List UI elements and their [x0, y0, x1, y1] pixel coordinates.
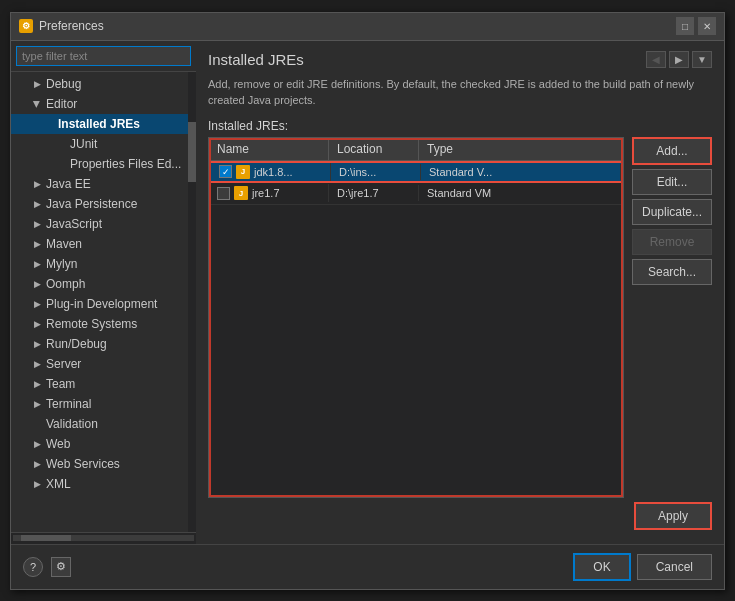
arrow-icon: ▶ — [31, 78, 43, 90]
bottom-right: OK Cancel — [573, 553, 712, 581]
sidebar-item-java-ee[interactable]: ▶ Java EE — [11, 174, 188, 194]
sidebar-item-label: Maven — [46, 237, 82, 251]
maximize-button[interactable]: □ — [676, 17, 694, 35]
row-checkbox[interactable] — [219, 165, 232, 178]
sidebar-item-label: Editor — [46, 97, 77, 111]
sidebar-item-maven[interactable]: ▶ Maven — [11, 234, 188, 254]
window-controls: □ ✕ — [676, 17, 716, 35]
table-cell-location: D:\jre1.7 — [329, 185, 419, 201]
apply-button[interactable]: Apply — [634, 502, 712, 530]
bottom-left: ? ⚙ — [23, 557, 71, 577]
sidebar-item-editor[interactable]: ▶ Editor — [11, 94, 188, 114]
nav-dropdown-button[interactable]: ▼ — [692, 51, 712, 68]
arrow-icon: ▶ — [31, 218, 43, 230]
add-button[interactable]: Add... — [632, 137, 712, 165]
sidebar-item-javascript[interactable]: ▶ JavaScript — [11, 214, 188, 234]
sidebar-item-label: JUnit — [70, 137, 97, 151]
jre-icon: J — [236, 165, 250, 179]
table-cell-location: D:\ins... — [331, 164, 421, 180]
dialog-icon: ⚙ — [19, 19, 33, 33]
jre-icon: J — [234, 186, 248, 200]
close-button[interactable]: ✕ — [698, 17, 716, 35]
table-cell-name: J jre1.7 — [209, 184, 329, 202]
preferences-dialog: ⚙ Preferences □ ✕ ▶ Debug — [10, 12, 725, 590]
sidebar-item-validation[interactable]: ▶ Validation — [11, 414, 188, 434]
sidebar-item-label: Server — [46, 357, 81, 371]
arrow-icon: ▶ — [31, 378, 43, 390]
remove-button[interactable]: Remove — [632, 229, 712, 255]
sidebar-item-debug[interactable]: ▶ Debug — [11, 74, 188, 94]
panel-title: Installed JREs — [208, 51, 304, 68]
col-header-type: Type — [419, 138, 623, 160]
panel-description: Add, remove or edit JRE definitions. By … — [208, 76, 712, 109]
sidebar-scroll: ▶ Debug ▶ Editor ▶ Installed JREs — [11, 72, 196, 532]
table-body: J jdk1.8... D:\ins... Standard V... J — [209, 161, 623, 497]
filter-box — [11, 41, 196, 72]
hscrollbar-track — [13, 535, 194, 541]
table-cell-name: J jdk1.8... — [211, 163, 331, 181]
hscrollbar-thumb — [21, 535, 71, 541]
sidebar-item-web[interactable]: ▶ Web — [11, 434, 188, 454]
bottom-bar: ? ⚙ OK Cancel — [11, 544, 724, 589]
table-cell-type: Standard VM — [419, 185, 623, 201]
sidebar-vscrollbar[interactable] — [188, 72, 196, 532]
arrow-icon: ▶ — [31, 198, 43, 210]
sidebar-item-label: XML — [46, 477, 71, 491]
duplicate-button[interactable]: Duplicate... — [632, 199, 712, 225]
sidebar-hscrollbar[interactable] — [11, 532, 196, 544]
help-button[interactable]: ? — [23, 557, 43, 577]
sidebar-tree: ▶ Debug ▶ Editor ▶ Installed JREs — [11, 72, 188, 532]
arrow-icon: ▶ — [31, 438, 43, 450]
sidebar-item-label: Remote Systems — [46, 317, 137, 331]
sidebar-item-oomph[interactable]: ▶ Oomph — [11, 274, 188, 294]
arrow-icon: ▶ — [31, 298, 43, 310]
sidebar-item-plugin-dev[interactable]: ▶ Plug-in Development — [11, 294, 188, 314]
row-checkbox[interactable] — [217, 187, 230, 200]
sidebar-item-terminal[interactable]: ▶ Terminal — [11, 394, 188, 414]
sidebar-item-label: Properties Files Ed... — [70, 157, 181, 171]
row-name-value: jre1.7 — [252, 187, 280, 199]
arrow-icon: ▶ — [31, 478, 43, 490]
filter-input[interactable] — [16, 46, 191, 66]
sidebar-item-properties[interactable]: ▶ Properties Files Ed... — [11, 154, 188, 174]
sidebar-item-label: Plug-in Development — [46, 297, 157, 311]
arrow-icon: ▶ — [31, 398, 43, 410]
settings-button[interactable]: ⚙ — [51, 557, 71, 577]
sidebar-item-label: Web Services — [46, 457, 120, 471]
ok-button[interactable]: OK — [573, 553, 630, 581]
sidebar-item-web-services[interactable]: ▶ Web Services — [11, 454, 188, 474]
sidebar-item-label: Java EE — [46, 177, 91, 191]
sidebar-item-run-debug[interactable]: ▶ Run/Debug — [11, 334, 188, 354]
search-button[interactable]: Search... — [632, 259, 712, 285]
sidebar-item-label: Run/Debug — [46, 337, 107, 351]
table-row[interactable]: J jdk1.8... D:\ins... Standard V... — [209, 161, 623, 183]
sidebar-item-xml[interactable]: ▶ XML — [11, 474, 188, 494]
sidebar-item-installed-jres[interactable]: ▶ Installed JREs — [11, 114, 188, 134]
arrow-icon: ▶ — [31, 458, 43, 470]
vscrollbar-thumb — [188, 122, 196, 182]
sidebar-item-junit[interactable]: ▶ JUnit — [11, 134, 188, 154]
dialog-title: Preferences — [39, 19, 676, 33]
sidebar-item-label: Installed JREs — [58, 117, 140, 131]
table-area: Name Location Type J jdk1.8... D:\i — [208, 137, 712, 498]
edit-button[interactable]: Edit... — [632, 169, 712, 195]
sidebar-item-label: Validation — [46, 417, 98, 431]
sidebar-item-java-persistence[interactable]: ▶ Java Persistence — [11, 194, 188, 214]
arrow-icon: ▶ — [31, 258, 43, 270]
sidebar-item-server[interactable]: ▶ Server — [11, 354, 188, 374]
cancel-button[interactable]: Cancel — [637, 554, 712, 580]
nav-forward-button[interactable]: ▶ — [669, 51, 689, 68]
dialog-content: ▶ Debug ▶ Editor ▶ Installed JREs — [11, 41, 724, 544]
arrow-icon: ▶ — [31, 358, 43, 370]
sidebar-item-label: JavaScript — [46, 217, 102, 231]
sidebar-item-remote-systems[interactable]: ▶ Remote Systems — [11, 314, 188, 334]
table-header: Name Location Type — [209, 138, 623, 161]
table-row[interactable]: J jre1.7 D:\jre1.7 Standard VM — [209, 183, 623, 205]
section-label: Installed JREs: — [208, 119, 712, 133]
sidebar-item-team[interactable]: ▶ Team — [11, 374, 188, 394]
action-buttons: Add... Edit... Duplicate... Remove Searc… — [632, 137, 712, 498]
sidebar-item-mylyn[interactable]: ▶ Mylyn — [11, 254, 188, 274]
arrow-icon: ▶ — [31, 278, 43, 290]
nav-back-button[interactable]: ◀ — [646, 51, 666, 68]
arrow-icon: ▶ — [31, 238, 43, 250]
